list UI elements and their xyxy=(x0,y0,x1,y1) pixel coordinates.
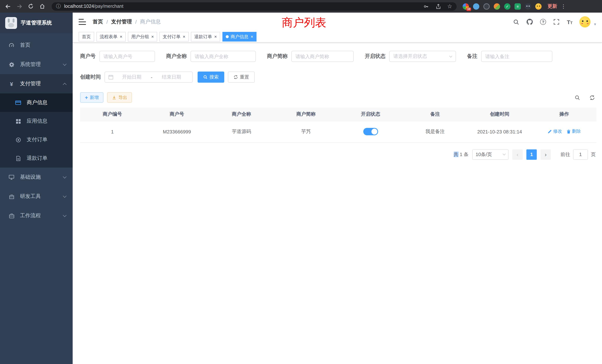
extension-icon-green-square[interactable]: ≡ xyxy=(515,3,521,10)
browser-reload-icon[interactable] xyxy=(26,1,36,11)
sidebar-item-refund-order[interactable]: 退款订单 xyxy=(0,149,73,168)
navbar-actions: ? TT ▾ xyxy=(513,16,596,27)
breadcrumb-home[interactable]: 首页 xyxy=(93,19,103,25)
start-date-placeholder[interactable]: 开始日期 xyxy=(114,74,149,80)
browser-toolbar: ⓘ localhost:1024 /pay/merchant ☆ 10 ✓ ≡ xyxy=(0,0,602,13)
close-icon[interactable]: × xyxy=(151,34,154,39)
page-unit-label: 页 xyxy=(591,151,596,158)
tab-merchant-info[interactable]: 商户信息 × xyxy=(222,32,257,42)
logo[interactable]: 芋道管理系统 xyxy=(0,13,73,33)
filter-merchant-no: 商户号 xyxy=(80,51,155,62)
tab-home[interactable]: 首页 xyxy=(79,32,94,42)
sidebar: 芋道管理系统 首页 系统管理 ¥ xyxy=(0,13,73,364)
search-button[interactable]: 搜索 xyxy=(198,72,224,83)
password-key-icon[interactable] xyxy=(423,3,430,10)
short-name-input[interactable] xyxy=(291,51,354,62)
goto-group: 前往 页 xyxy=(560,149,596,160)
screen: ⓘ localhost:1024 /pay/merchant ☆ 10 ✓ ≡ xyxy=(0,0,602,364)
next-page-button[interactable]: › xyxy=(540,149,551,160)
prev-page-button[interactable]: ‹ xyxy=(512,149,523,160)
extension-icon-blue-drop[interactable] xyxy=(473,3,479,10)
address-bar[interactable]: ⓘ localhost:1024 /pay/merchant ☆ xyxy=(51,2,457,11)
browser-update-button[interactable]: 更新 xyxy=(548,3,557,10)
sidebar-item-label: 应用信息 xyxy=(27,118,66,125)
close-icon[interactable]: × xyxy=(183,34,185,39)
site-info-icon[interactable]: ⓘ xyxy=(56,3,61,10)
search-icon[interactable] xyxy=(513,19,519,25)
avatar-caret-icon[interactable]: ▾ xyxy=(594,22,596,27)
chevron-down-icon xyxy=(449,54,452,57)
sidebar-item-app-info[interactable]: 应用信息 xyxy=(0,112,73,130)
add-button[interactable]: + 新增 xyxy=(80,92,103,103)
export-button-label: 导出 xyxy=(118,94,127,101)
remark-input[interactable] xyxy=(481,51,552,62)
delete-button[interactable]: 删除 xyxy=(566,128,581,135)
tab-payment-order[interactable]: 支付订单 × xyxy=(159,32,189,42)
user-avatar[interactable] xyxy=(580,16,591,27)
cell-merchant-no: M233666999 xyxy=(145,121,209,142)
yen-icon: ¥ xyxy=(8,80,15,87)
share-icon[interactable] xyxy=(435,3,442,10)
sidebar-item-home[interactable]: 首页 xyxy=(0,36,73,55)
extension-icon-dark-face[interactable] xyxy=(525,3,531,10)
sidebar-item-payment-order[interactable]: 支付订单 xyxy=(0,130,73,149)
bookmark-star-icon[interactable]: ☆ xyxy=(447,3,452,10)
breadcrumb-separator: / xyxy=(106,19,108,25)
sidebar-item-infrastructure[interactable]: 基础设施 xyxy=(0,168,73,187)
page-size-select[interactable]: 10条/页 xyxy=(472,149,509,160)
col-short-name: 商户简称 xyxy=(274,107,338,121)
add-button-label: 新增 xyxy=(90,94,99,101)
extension-icon-green-check[interactable]: ✓ xyxy=(504,3,510,10)
export-button[interactable]: 导出 xyxy=(107,92,132,103)
merchant-no-input[interactable] xyxy=(99,51,155,62)
end-date-placeholder[interactable]: 结束日期 xyxy=(154,74,189,80)
page-number-1[interactable]: 1 xyxy=(526,149,537,160)
sidebar-item-label: 支付订单 xyxy=(27,136,66,143)
cell-full-name: 芋道源码 xyxy=(209,121,274,142)
goto-page-input[interactable] xyxy=(573,149,588,160)
extension-icon-split-circle[interactable] xyxy=(494,3,500,10)
tab-label: 流程表单 xyxy=(100,33,118,40)
total-prefix: 共 xyxy=(453,151,458,157)
sidebar-item-merchant-info[interactable]: 商户信息 xyxy=(0,93,73,112)
browser-home-icon[interactable] xyxy=(37,1,47,11)
status-select[interactable]: 请选择开启状态 xyxy=(389,51,456,62)
sidebar-item-dev-tools[interactable]: 研发工具 xyxy=(0,187,73,206)
tab-user-group[interactable]: 用户分组 × xyxy=(128,32,157,42)
gear-icon xyxy=(8,61,15,68)
edit-button[interactable]: 修改 xyxy=(548,128,562,135)
browser-forward-icon[interactable] xyxy=(14,1,24,11)
close-icon[interactable]: × xyxy=(214,34,217,39)
sidebar-item-system-management[interactable]: 系统管理 xyxy=(0,55,73,74)
main-area: 首页 / 支付管理 / 商户信息 商户列表 ? xyxy=(73,13,602,364)
sidebar-item-label: 商户信息 xyxy=(27,99,66,106)
toggle-search-icon[interactable] xyxy=(574,95,580,100)
extension-icon-yellow-face[interactable] xyxy=(535,3,542,10)
browser-menu-icon[interactable]: ⋮ xyxy=(561,3,566,9)
extension-icon-colorwheel[interactable]: 10 xyxy=(463,3,469,10)
close-icon[interactable]: × xyxy=(120,34,122,39)
filter-label: 商户号 xyxy=(80,53,96,60)
status-toggle[interactable] xyxy=(363,128,378,135)
font-size-icon[interactable]: TT xyxy=(567,19,572,25)
help-icon[interactable]: ? xyxy=(540,19,546,25)
close-icon[interactable]: × xyxy=(251,34,253,39)
github-icon[interactable] xyxy=(526,19,533,25)
filter-full-name: 商户全称 xyxy=(166,51,256,62)
sidebar-toggle-icon[interactable] xyxy=(79,19,86,25)
sidebar-item-payment-management[interactable]: ¥ 支付管理 xyxy=(0,74,73,93)
extension-icon-dark-ring[interactable] xyxy=(483,3,490,10)
tab-refund-order[interactable]: 退款订单 × xyxy=(191,32,220,42)
tab-process-form[interactable]: 流程表单 × xyxy=(96,32,126,42)
breadcrumb-payment[interactable]: 支付管理 xyxy=(111,19,132,25)
fullscreen-icon[interactable] xyxy=(553,19,560,25)
url-host: localhost:1024 xyxy=(64,4,94,9)
full-name-input[interactable] xyxy=(191,51,256,62)
breadcrumb-separator: / xyxy=(135,19,137,25)
date-range-picker[interactable]: 开始日期 - 结束日期 xyxy=(105,72,193,83)
sidebar-item-workflow[interactable]: 工作流程 xyxy=(0,206,73,225)
refresh-icon[interactable] xyxy=(589,95,595,100)
edit-button-label: 修改 xyxy=(553,128,562,135)
reset-button[interactable]: 重置 xyxy=(228,72,255,83)
browser-back-icon[interactable] xyxy=(3,1,13,11)
